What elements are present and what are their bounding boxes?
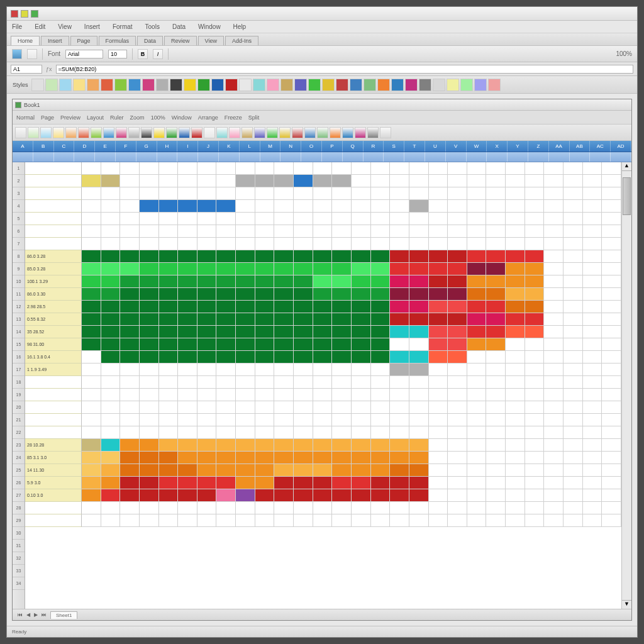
cell[interactable] <box>313 389 333 401</box>
cell[interactable] <box>82 338 101 351</box>
cell[interactable] <box>371 250 391 263</box>
column-header[interactable]: Y <box>508 141 528 152</box>
cell[interactable] <box>544 414 564 426</box>
cell[interactable] <box>159 225 179 238</box>
cell[interactable] <box>390 464 409 477</box>
cell[interactable] <box>120 200 140 213</box>
cell[interactable] <box>352 275 371 288</box>
cell[interactable] <box>140 364 159 376</box>
cell[interactable] <box>101 187 121 200</box>
row-header[interactable]: 31 <box>13 540 25 552</box>
cell[interactable] <box>429 187 448 200</box>
cell[interactable] <box>216 439 236 452</box>
cell[interactable] <box>313 301 333 313</box>
cell[interactable] <box>159 301 179 313</box>
cell[interactable] <box>506 464 525 477</box>
cell[interactable] <box>467 288 487 301</box>
cell[interactable] <box>236 162 255 175</box>
cell[interactable] <box>409 389 429 401</box>
cell[interactable] <box>448 389 467 401</box>
cell[interactable] <box>467 351 487 364</box>
cell[interactable] <box>352 238 371 250</box>
tool-icon[interactable] <box>141 127 152 138</box>
cell[interactable] <box>525 502 545 514</box>
cell[interactable] <box>544 225 564 238</box>
cell[interactable] <box>255 364 275 376</box>
menu-insert[interactable]: Insert <box>84 23 100 30</box>
cell[interactable] <box>602 263 621 275</box>
cell[interactable] <box>409 502 429 514</box>
cell[interactable] <box>101 389 121 401</box>
sheet-nav-next-icon[interactable]: ▶ <box>34 612 38 618</box>
row-header[interactable]: 27 <box>13 489 25 502</box>
cell[interactable] <box>313 414 333 426</box>
cell[interactable] <box>120 376 140 389</box>
cell[interactable] <box>506 452 525 464</box>
style-swatch-icon[interactable] <box>114 79 127 91</box>
cell[interactable] <box>390 439 409 452</box>
cell[interactable] <box>352 338 371 351</box>
cell[interactable] <box>332 326 352 338</box>
cell[interactable] <box>159 250 179 263</box>
cell[interactable] <box>216 175 236 187</box>
cell[interactable] <box>544 426 564 439</box>
cell[interactable] <box>390 389 409 401</box>
cell[interactable] <box>429 250 448 263</box>
cell[interactable] <box>583 338 602 351</box>
cell[interactable] <box>429 213 448 225</box>
cell[interactable] <box>313 338 333 351</box>
cell[interactable] <box>429 313 448 326</box>
cell[interactable] <box>429 225 448 238</box>
cell[interactable] <box>352 351 371 364</box>
cell[interactable] <box>409 439 429 452</box>
row-header[interactable]: 28 <box>13 502 25 514</box>
row-header[interactable]: 15 <box>13 338 25 351</box>
cell[interactable] <box>390 514 409 527</box>
cell[interactable] <box>506 238 525 250</box>
cell[interactable] <box>332 426 352 439</box>
cell[interactable] <box>525 238 545 250</box>
cell[interactable] <box>448 200 467 213</box>
cell[interactable] <box>429 489 448 502</box>
cell[interactable] <box>506 351 525 364</box>
grid-body[interactable]: 86.0 3.2885.0 3.28100.1 3.2986.0 3.302.9… <box>25 162 621 609</box>
cell[interactable] <box>544 175 564 187</box>
cell[interactable] <box>332 502 352 514</box>
cell[interactable] <box>178 275 197 288</box>
tool-icon[interactable] <box>317 127 328 138</box>
cell[interactable] <box>371 452 391 464</box>
row-header[interactable]: 18 <box>13 376 25 389</box>
cell[interactable] <box>294 389 313 401</box>
cell[interactable] <box>255 250 275 263</box>
cell[interactable] <box>409 263 429 275</box>
cell[interactable] <box>216 351 236 364</box>
cell[interactable] <box>371 200 391 213</box>
row-header[interactable]: 7 <box>13 238 25 250</box>
cell[interactable] <box>448 414 467 426</box>
sheet-nav-last-icon[interactable]: ⏭ <box>42 612 47 618</box>
tool-icon[interactable] <box>380 127 391 138</box>
cell[interactable] <box>140 502 159 514</box>
cell[interactable] <box>371 502 391 514</box>
cell[interactable] <box>544 464 564 477</box>
cell[interactable] <box>140 225 159 238</box>
cell[interactable] <box>409 338 429 351</box>
cell[interactable] <box>120 389 140 401</box>
cell[interactable] <box>82 426 101 439</box>
cell[interactable] <box>178 464 197 477</box>
cell[interactable] <box>101 439 121 452</box>
cell[interactable] <box>274 401 294 414</box>
cell[interactable] <box>429 439 448 452</box>
cell[interactable] <box>197 514 217 527</box>
cell[interactable] <box>467 162 487 175</box>
cell[interactable] <box>255 452 275 464</box>
cell[interactable] <box>602 313 621 326</box>
sheet-nav-first-icon[interactable]: ⏮ <box>18 612 23 618</box>
cell[interactable] <box>352 376 371 389</box>
cell[interactable] <box>429 351 448 364</box>
cell[interactable] <box>409 238 429 250</box>
cell[interactable] <box>274 263 294 275</box>
cell[interactable] <box>544 364 564 376</box>
view-option-layout[interactable]: Layout <box>87 114 104 121</box>
cell[interactable] <box>409 364 429 376</box>
